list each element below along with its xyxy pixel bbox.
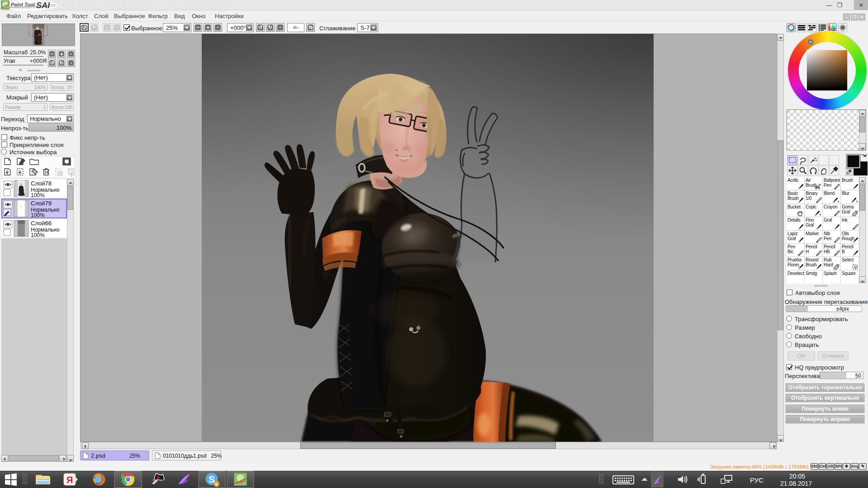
svg-text:РУС: РУС	[750, 476, 764, 484]
svg-text:Слой79: Слой79	[31, 200, 52, 207]
svg-text:Слой66: Слой66	[31, 220, 52, 227]
svg-text:S: S	[209, 474, 215, 484]
svg-text:SAI: SAI	[36, 1, 50, 10]
svg-text:100%: 100%	[31, 232, 45, 238]
svg-text:20:05: 20:05	[789, 473, 805, 480]
svg-text:21.08.2017: 21.08.2017	[780, 480, 812, 487]
svg-text:Я: Я	[66, 475, 73, 485]
svg-text:Paint Tool: Paint Tool	[11, 2, 35, 7]
svg-text:6: 6	[215, 482, 218, 487]
svg-text:100%: 100%	[31, 192, 45, 199]
svg-text:100%: 100%	[31, 212, 45, 218]
svg-text:Слой78: Слой78	[31, 180, 52, 187]
